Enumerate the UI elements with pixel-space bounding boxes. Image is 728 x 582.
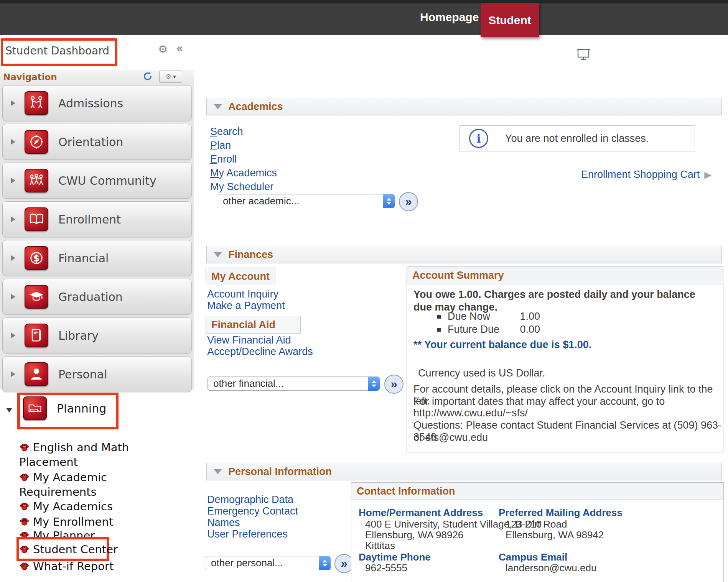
select-value: other financial... <box>213 378 284 390</box>
planning-child-label: Student Center <box>33 543 118 556</box>
nav-settings-menu-button[interactable]: ⚙ ▾ <box>159 71 182 83</box>
section-personal-information[interactable]: Personal Information <box>206 463 722 480</box>
planning-child-label: My Academic Requirements <box>19 471 107 498</box>
gear-icon[interactable]: ⚙ <box>158 43 168 56</box>
home-address-line: Kittitas <box>365 540 395 552</box>
link-accept-decline-awards[interactable]: Accept/Decline Awards <box>207 346 313 358</box>
contact-information-title: Contact Information <box>357 485 455 497</box>
sidebar-item-orientation[interactable]: Orientation <box>2 124 192 160</box>
double-chevron-go-icon: » <box>405 195 412 209</box>
link-names[interactable]: Names <box>207 517 240 529</box>
my-account-heading-box: My Account <box>206 268 275 285</box>
expand-arrow-icon <box>11 333 15 338</box>
link-my-academics[interactable]: My Academics <box>210 167 277 179</box>
link-enrollment-shopping-cart[interactable]: Enrollment Shopping Cart ▶ <box>581 169 712 181</box>
mailing-address-line: Ellensburg, WA 98942 <box>506 529 604 541</box>
enrollment-info-box: i You are not enrolled in classes. <box>460 125 695 151</box>
graduation-cap-icon <box>25 285 48 309</box>
community-people-icon <box>25 169 48 192</box>
planning-child-label: English and Math Placement <box>19 441 129 469</box>
select-spinner-icon <box>319 556 331 570</box>
other-personal-select[interactable]: other personal... <box>205 556 331 570</box>
sidebar-item-library[interactable]: Library <box>2 317 192 353</box>
gear-icon: ⚙ <box>165 72 171 81</box>
sidebar-item-cwu-community[interactable]: CWU Community <box>2 163 192 199</box>
collapse-arrow-icon[interactable] <box>6 408 12 413</box>
currency-note: Currency used is US Dollar. <box>418 367 545 379</box>
sidebar-item-my-academics[interactable]: My Academics <box>19 499 153 514</box>
link-label: Enrollment Shopping Cart <box>581 169 700 181</box>
admissions-icon <box>25 91 48 115</box>
collapse-triangle-icon <box>214 469 222 474</box>
account-summary-title: Account Summary <box>412 270 504 281</box>
paw-icon <box>19 544 30 554</box>
go-button-academic[interactable]: » <box>399 192 418 211</box>
expand-arrow-icon <box>11 178 15 183</box>
link-search[interactable]: Search <box>210 126 243 138</box>
home-address-line: Ellensburg, WA 98926 <box>365 529 463 541</box>
future-due-label: Future Due <box>448 324 499 335</box>
sidebar-item-english-math-placement[interactable]: English and Math Placement <box>19 440 153 469</box>
link-my-scheduler[interactable]: My Scheduler <box>210 181 273 193</box>
refresh-icon[interactable] <box>143 71 153 83</box>
due-now-value: 1.00 <box>520 311 540 322</box>
expand-arrow-icon <box>11 100 15 106</box>
person-icon <box>25 362 48 386</box>
sidebar-item-financial[interactable]: $ Financial <box>2 240 192 276</box>
account-detail-line: For important dates that may affect your… <box>413 396 665 408</box>
link-make-a-payment[interactable]: Make a Payment <box>207 300 285 312</box>
expand-arrow-icon <box>11 217 15 222</box>
collapse-sidebar-icon[interactable]: « <box>176 41 183 54</box>
dollar-circle-icon: $ <box>25 246 48 270</box>
open-book-icon <box>25 207 48 231</box>
financial-aid-heading-box: Financial Aid <box>206 316 301 334</box>
link-plan[interactable]: Plan <box>210 140 231 151</box>
sidebar-item-label: Financial <box>58 252 109 265</box>
planning-child-label: What-if Report <box>33 560 114 573</box>
other-financial-select[interactable]: other financial... <box>207 376 380 391</box>
due-now-label: Due Now <box>448 311 490 322</box>
sidebar-item-label: Library <box>58 329 99 342</box>
display-screen-icon[interactable] <box>576 48 591 63</box>
section-title: Academics <box>228 101 283 113</box>
link-account-inquiry[interactable]: Account Inquiry <box>207 288 278 300</box>
sidebar-item-admissions[interactable]: Admissions <box>2 85 192 121</box>
chevron-down-icon: ▾ <box>173 73 176 80</box>
contact-information-header: Contact Information <box>351 483 723 500</box>
sidebar-item-enrollment[interactable]: Enrollment <box>2 201 192 237</box>
sidebar-item-student-center[interactable]: Student Center <box>19 542 153 557</box>
tab-homepage[interactable]: Homepage <box>420 11 479 24</box>
section-title: Finances <box>228 249 273 261</box>
expand-arrow-icon <box>11 372 15 377</box>
go-button-financial[interactable]: » <box>384 375 404 394</box>
section-academics[interactable]: Academics <box>206 98 722 115</box>
sidebar-item-planning[interactable]: Planning <box>23 396 106 420</box>
section-finances[interactable]: Finances <box>206 246 722 263</box>
section-title: Personal Information <box>228 466 332 478</box>
sidebar-item-my-enrollment[interactable]: My Enrollment <box>19 515 153 529</box>
link-user-preferences[interactable]: User Preferences <box>207 528 288 540</box>
paw-icon <box>19 561 30 571</box>
sidebar-item-graduation[interactable]: Graduation <box>2 279 192 315</box>
mailing-address-line: 123 Dirt Road <box>506 518 567 530</box>
link-emergency-contact[interactable]: Emergency Contact <box>207 505 298 517</box>
select-spinner-icon <box>368 376 380 391</box>
link-view-financial-aid[interactable]: View Financial Aid <box>207 334 291 346</box>
sidebar-item-personal[interactable]: Personal <box>2 356 192 392</box>
sidebar-item-my-academic-requirements[interactable]: My Academic Requirements <box>19 470 153 499</box>
other-academic-select[interactable]: other academic... <box>217 194 395 208</box>
paw-icon <box>19 472 30 482</box>
square-bullet-icon <box>437 328 441 332</box>
planning-child-label: My Academics <box>33 500 113 513</box>
link-demographic-data[interactable]: Demographic Data <box>207 494 293 506</box>
double-chevron-go-icon: » <box>390 377 397 391</box>
top-bar-strip <box>0 0 728 3</box>
expand-arrow-icon <box>11 139 15 145</box>
financial-aid-heading: Financial Aid <box>211 319 281 331</box>
link-enroll[interactable]: Enroll <box>210 153 237 165</box>
planning-child-label: My Enrollment <box>33 515 113 528</box>
sidebar-title: Student Dashboard <box>5 44 109 57</box>
planning-folder-icon <box>23 396 47 420</box>
tab-student[interactable]: Student <box>481 3 539 37</box>
due-now-row: Due Now 1.00 <box>437 311 540 322</box>
